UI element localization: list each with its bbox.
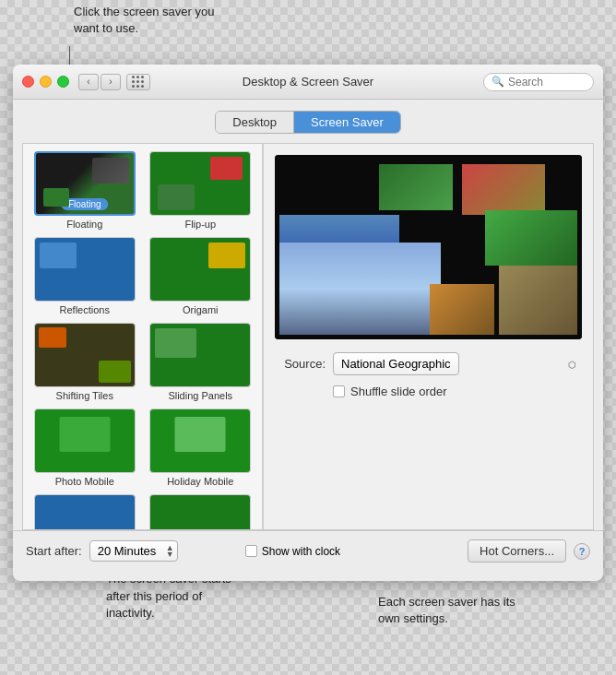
traffic-lights <box>22 76 69 88</box>
saver-thumb-flipup <box>149 151 251 216</box>
saver-item-shifting[interactable]: Shifting Tiles <box>30 323 139 401</box>
nav-buttons: ‹ › <box>78 74 121 90</box>
start-after-label: Start after: <box>26 544 82 558</box>
saver-thumb-photo <box>34 409 136 473</box>
saver-thumb-shifting <box>34 323 136 387</box>
saver-label-sliding: Sliding Panels <box>168 390 232 401</box>
collage-photo-right3 <box>430 284 494 335</box>
search-icon: 🔍 <box>492 76 504 88</box>
saver-label-shifting: Shifting Tiles <box>56 390 113 401</box>
shuffle-label: Shuffle slide order <box>350 385 447 398</box>
saver-thumb-holiday <box>149 409 251 473</box>
shuffle-checkbox[interactable] <box>333 385 345 397</box>
saver-thumb-sliding <box>149 323 251 387</box>
collage-photo-right2 <box>499 266 577 335</box>
search-input[interactable] <box>508 76 582 89</box>
photo-collage <box>275 155 582 339</box>
content-area: Floating Floating Flip-up Reflections Or… <box>22 143 594 530</box>
close-button[interactable] <box>22 76 34 88</box>
source-row: Source: National Geographic iPhoto Apert… <box>275 352 582 375</box>
back-button[interactable]: ‹ <box>78 74 99 90</box>
preferences-window: ‹ › Desktop & Screen Saver 🔍 Deskto <box>13 65 603 581</box>
saver-item-holiday[interactable]: Holiday Mobile <box>147 409 255 487</box>
time-select-wrapper: 1 Minute 2 Minutes 5 Minutes 10 Minutes … <box>89 540 178 562</box>
tab-desktop[interactable]: Desktop <box>216 112 294 133</box>
annotation-top: Click the screen saver you want to use. <box>74 4 221 37</box>
tab-screensaver[interactable]: Screen Saver <box>294 112 400 133</box>
segment-control: Desktop Screen Saver <box>215 111 400 134</box>
forward-button[interactable]: › <box>101 74 121 90</box>
saver-item-flipup[interactable]: Flip-up <box>147 151 255 230</box>
window-title: Desktop & Screen Saver <box>243 75 373 89</box>
annotation-bottom-right: Each screen saver has its own settings. <box>378 594 526 627</box>
shuffle-row: Shuffle slide order <box>333 385 582 398</box>
saver-item-reflections[interactable]: Reflections <box>30 237 139 315</box>
bottom-bar: Start after: 1 Minute 2 Minutes 5 Minute… <box>13 530 603 571</box>
saver-thumb-reflections <box>34 237 136 302</box>
saver-thumb-extra2 <box>149 494 251 529</box>
maximize-button[interactable] <box>57 76 69 88</box>
saver-thumb-origami <box>149 237 251 302</box>
saver-item-sliding[interactable]: Sliding Panels <box>147 323 255 401</box>
titlebar: ‹ › Desktop & Screen Saver 🔍 <box>13 65 603 100</box>
saver-item-floating[interactable]: Floating Floating <box>30 151 139 230</box>
collage-photo-right1 <box>485 210 577 266</box>
hot-corners-button[interactable]: Hot Corners... <box>468 539 566 562</box>
source-select-wrapper: National Geographic iPhoto Aperture Fold… <box>333 352 582 375</box>
select-arrow-icon: ⬡ <box>568 359 576 369</box>
saver-label-photo: Photo Mobile <box>55 476 114 487</box>
saver-thumb-floating: Floating <box>34 151 136 216</box>
saver-item-origami[interactable]: Origami <box>147 237 255 315</box>
saver-label-origami: Origami <box>183 304 219 315</box>
show-clock-row: Show with clock <box>245 545 340 558</box>
source-select[interactable]: National Geographic iPhoto Aperture Fold… <box>333 352 459 375</box>
collage-photo-1 <box>462 164 545 215</box>
preview-panel: Source: National Geographic iPhoto Apert… <box>264 144 593 529</box>
saver-label-flipup: Flip-up <box>184 219 216 230</box>
time-select[interactable]: 1 Minute 2 Minutes 5 Minutes 10 Minutes … <box>89 540 178 562</box>
preview-screen <box>275 155 582 339</box>
grid-button[interactable] <box>126 74 150 90</box>
show-clock-checkbox[interactable] <box>245 545 257 557</box>
source-label: Source: <box>275 357 326 371</box>
grid-icon <box>132 76 145 89</box>
saver-badge-floating: Floating <box>61 198 109 210</box>
saver-thumb-extra1 <box>34 494 136 529</box>
collage-photo-mountains <box>279 243 441 335</box>
saver-label-floating: Floating <box>66 219 102 230</box>
saver-list: Floating Floating Flip-up Reflections Or… <box>23 144 263 529</box>
saver-item-extra2[interactable] <box>147 494 255 529</box>
collage-photo-2 <box>379 164 453 210</box>
saver-label-reflections: Reflections <box>60 304 110 315</box>
search-box[interactable]: 🔍 <box>483 73 594 91</box>
saver-item-photo[interactable]: Photo Mobile <box>30 409 139 487</box>
saver-label-holiday: Holiday Mobile <box>167 476 233 487</box>
saver-item-extra1[interactable] <box>30 494 139 529</box>
help-button[interactable]: ? <box>574 543 590 560</box>
tab-bar: Desktop Screen Saver <box>13 100 603 143</box>
show-clock-label: Show with clock <box>262 545 340 558</box>
minimize-button[interactable] <box>40 76 52 88</box>
